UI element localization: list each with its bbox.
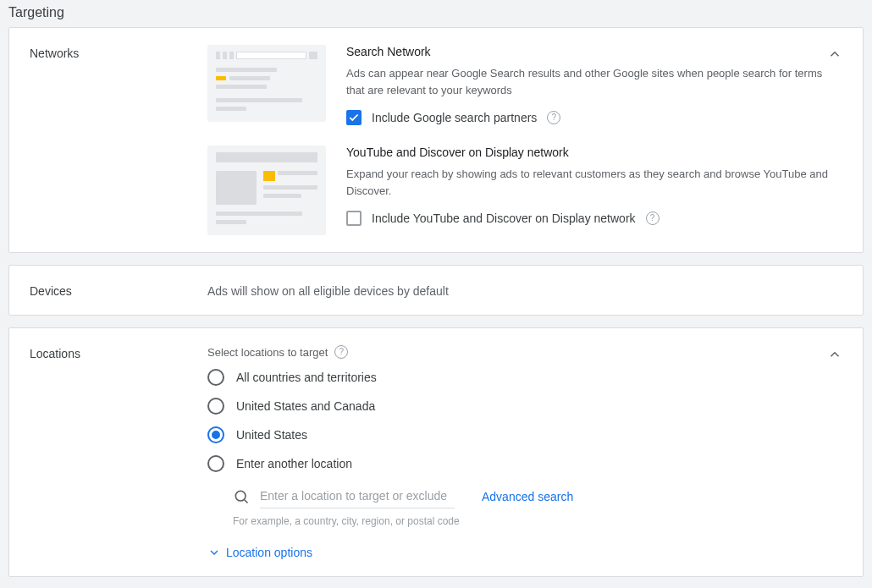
- locations-label: Locations: [30, 345, 207, 559]
- locations-header: Select locations to target: [207, 346, 328, 359]
- radio-label: United States: [236, 428, 307, 442]
- location-options-label: Location options: [226, 546, 312, 559]
- search-illustration: [207, 45, 326, 125]
- youtube-network-title: YouTube and Discover on Display network: [346, 146, 842, 159]
- radio-label: All countries and territories: [236, 371, 377, 384]
- help-icon[interactable]: ?: [334, 345, 348, 359]
- devices-label: Devices: [30, 283, 207, 298]
- radio-other-location[interactable]: Enter another location: [207, 455, 842, 472]
- networks-label: Networks: [30, 45, 207, 235]
- search-icon: [233, 488, 250, 505]
- network-search-row: Search Network Ads can appear near Googl…: [207, 45, 842, 125]
- location-input-hint: For example, a country, city, region, or…: [233, 515, 842, 527]
- youtube-discover-checkbox[interactable]: [346, 211, 361, 226]
- help-icon[interactable]: ?: [547, 111, 560, 124]
- search-partners-checkbox[interactable]: [346, 110, 361, 125]
- radio-us[interactable]: United States: [207, 426, 842, 443]
- search-partners-label: Include Google search partners: [372, 111, 537, 124]
- youtube-illustration: [207, 146, 326, 235]
- youtube-discover-label: Include YouTube and Discover on Display …: [372, 212, 636, 225]
- radio-icon: [207, 398, 224, 415]
- radio-all-countries[interactable]: All countries and territories: [207, 369, 842, 386]
- help-icon[interactable]: ?: [646, 212, 660, 225]
- radio-icon: [207, 426, 224, 443]
- svg-point-0: [235, 491, 246, 501]
- network-youtube-row: YouTube and Discover on Display network …: [207, 146, 842, 235]
- collapse-icon[interactable]: [827, 47, 842, 64]
- radio-us-canada[interactable]: United States and Canada: [207, 398, 842, 415]
- svg-line-1: [245, 499, 248, 503]
- devices-text: Ads will show on all eligible devices by…: [207, 283, 842, 298]
- collapse-icon[interactable]: [827, 347, 842, 365]
- radio-label: Enter another location: [236, 457, 352, 470]
- youtube-network-desc: Expand your reach by showing ads to rele…: [346, 166, 842, 199]
- search-network-title: Search Network: [346, 45, 842, 58]
- networks-card: Networks: [8, 27, 864, 253]
- section-title: Targeting: [0, 0, 872, 27]
- location-search-input[interactable]: [260, 484, 455, 508]
- locations-card: Locations Select locations to target ? A…: [8, 327, 864, 577]
- location-options-toggle[interactable]: Location options: [207, 546, 842, 559]
- radio-icon: [207, 369, 224, 386]
- radio-icon: [207, 455, 224, 472]
- chevron-down-icon: [207, 546, 221, 559]
- radio-label: United States and Canada: [236, 399, 375, 413]
- advanced-search-link[interactable]: Advanced search: [482, 490, 573, 503]
- devices-card[interactable]: Devices Ads will show on all eligible de…: [8, 265, 864, 316]
- search-network-desc: Ads can appear near Google Search result…: [346, 65, 842, 98]
